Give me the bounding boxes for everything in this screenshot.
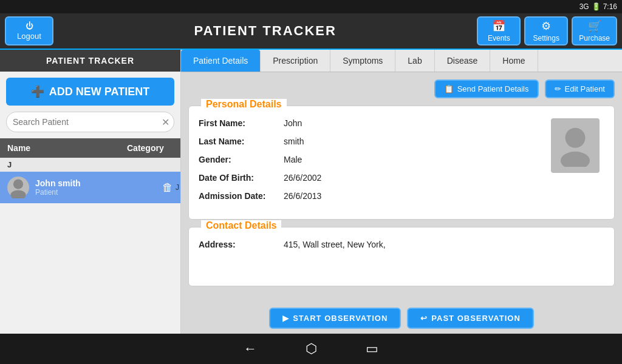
add-icon: ➕ (31, 85, 44, 98)
purchase-label: Purchase (579, 34, 610, 42)
battery-icon: 🔋 (592, 2, 601, 11)
events-icon: 📅 (492, 19, 505, 33)
panel-content: 📋 Send Patient Details ✏ Edit Patient Pe… (181, 72, 622, 303)
send-icon: 📋 (444, 84, 454, 93)
field-gender: Gender: Male (199, 155, 604, 164)
sidebar-title: PATIENT TRACKER (0, 50, 180, 72)
time-display: 7:16 (603, 2, 617, 11)
value-first-name: John (284, 118, 302, 128)
status-bar: 3G 🔋 7:16 (0, 0, 622, 13)
recents-button[interactable]: ▭ (366, 341, 378, 357)
edit-label: Edit Patient (565, 84, 606, 93)
header-category: Category (120, 138, 180, 158)
label-last-name: Last Name: (199, 136, 284, 146)
logout-icon: ⏻ (26, 21, 33, 30)
search-clear-icon[interactable]: ✕ (162, 116, 169, 128)
svg-point-3 (561, 152, 590, 167)
purchase-icon: 🛒 (588, 19, 601, 33)
tab-prescription[interactable]: Prescription (261, 50, 330, 72)
edit-icon: ✏ (555, 84, 561, 93)
logout-button[interactable]: ⏻ Logout (5, 16, 53, 46)
label-address: Address: (199, 240, 284, 249)
play-icon: ▶ (282, 314, 289, 323)
home-button[interactable]: ⬡ (306, 341, 317, 357)
patient-info: John smith Patient (35, 178, 162, 197)
patient-list-item[interactable]: John smith Patient 🗑 J (0, 172, 180, 203)
send-label: Send Patient Details (457, 84, 529, 93)
send-patient-details-button[interactable]: 📋 Send Patient Details (434, 79, 539, 98)
patient-role: Patient (35, 188, 162, 197)
tab-patient-details[interactable]: Patient Details (181, 50, 261, 72)
personal-details-title: Personal Details (201, 99, 287, 110)
value-dob: 26/6/2002 (284, 173, 321, 183)
personal-details-card: Personal Details First Name: John Last N… (188, 106, 615, 220)
value-admission: 26/6/2013 (284, 191, 321, 201)
label-dob: Date Of Birth: (199, 173, 284, 183)
tab-disease[interactable]: Disease (435, 50, 491, 72)
contact-details-card: Contact Details Address: 415, Wall stree… (188, 227, 615, 286)
settings-button[interactable]: ⚙ Settings (524, 16, 568, 46)
contact-details-title: Contact Details (201, 220, 281, 231)
edit-patient-button[interactable]: ✏ Edit Patient (545, 79, 615, 98)
add-patient-button[interactable]: ➕ ADD NEW PATIENT (6, 78, 174, 106)
label-gender: Gender: (199, 155, 284, 164)
field-first-name: First Name: John (199, 118, 604, 128)
app-title: PATIENT TRACKER (53, 23, 477, 39)
section-label-j: J (0, 158, 180, 172)
add-patient-label: ADD NEW PATIENT (49, 86, 149, 98)
android-nav-bar: ← ⬡ ▭ (0, 334, 622, 364)
contact-details-body: Address: 415, Wall street, New York, (189, 228, 614, 286)
events-label: Events (488, 34, 510, 42)
past-obs-label: PAST OBSERVATION (431, 314, 521, 323)
svg-point-1 (10, 190, 26, 199)
top-right-buttons: 📅 Events ⚙ Settings 🛒 Purchase (477, 16, 617, 46)
patient-list-header: Name Category (0, 138, 180, 158)
field-admission: Admission Date: 26/6/2013 (199, 191, 604, 201)
replay-icon: ↩ (420, 314, 428, 323)
tab-symptoms[interactable]: Symptoms (330, 50, 395, 72)
back-button[interactable]: ← (244, 341, 257, 357)
right-panel: Patient Details Prescription Symptoms La… (181, 50, 622, 334)
panel-actions: 📋 Send Patient Details ✏ Edit Patient (188, 79, 615, 98)
personal-details-body: First Name: John Last Name: smith Gender… (189, 106, 614, 219)
value-gender: Male (284, 155, 302, 164)
value-last-name: smith (284, 136, 304, 146)
patient-photo-placeholder (551, 118, 600, 173)
main-content: PATIENT TRACKER ➕ ADD NEW PATIENT ✕ Name… (0, 50, 622, 334)
sidebar: PATIENT TRACKER ➕ ADD NEW PATIENT ✕ Name… (0, 50, 181, 334)
field-address: Address: 415, Wall street, New York, (199, 240, 604, 249)
patient-avatar (7, 177, 29, 198)
search-input[interactable] (6, 112, 174, 132)
settings-icon: ⚙ (541, 19, 551, 33)
svg-point-2 (566, 128, 586, 148)
header-name: Name (0, 138, 120, 158)
delete-patient-icon[interactable]: 🗑 (162, 181, 173, 194)
patient-name: John smith (35, 178, 162, 188)
observation-buttons: ▶ START OBSERVATION ↩ PAST OBSERVATION (181, 303, 622, 334)
label-admission: Admission Date: (199, 191, 284, 201)
tab-home[interactable]: Home (490, 50, 538, 72)
scroll-indicator: J (176, 183, 179, 192)
top-bar: ⏻ Logout PATIENT TRACKER 📅 Events ⚙ Sett… (0, 13, 622, 50)
past-observation-button[interactable]: ↩ PAST OBSERVATION (407, 308, 534, 329)
events-button[interactable]: 📅 Events (477, 16, 521, 46)
purchase-button[interactable]: 🛒 Purchase (572, 16, 617, 46)
tabs-bar: Patient Details Prescription Symptoms La… (181, 50, 622, 72)
tab-lab[interactable]: Lab (395, 50, 434, 72)
field-dob: Date Of Birth: 26/6/2002 (199, 173, 604, 183)
svg-point-0 (13, 180, 23, 189)
value-address: 415, Wall street, New York, (284, 240, 386, 249)
search-box: ✕ (6, 112, 174, 132)
label-first-name: First Name: (199, 118, 284, 128)
logout-label: Logout (17, 32, 41, 41)
settings-label: Settings (533, 34, 559, 42)
field-last-name: Last Name: smith (199, 136, 604, 146)
start-obs-label: START OBSERVATION (293, 314, 388, 323)
start-observation-button[interactable]: ▶ START OBSERVATION (269, 308, 401, 329)
signal-indicator: 3G (579, 2, 589, 11)
